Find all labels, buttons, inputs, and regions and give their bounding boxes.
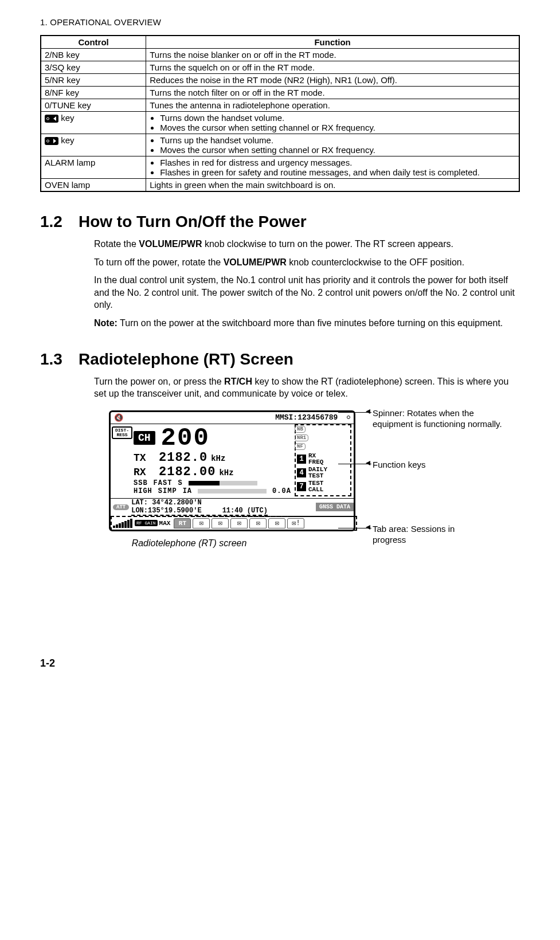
cell-control: 3/SQ key — [41, 61, 146, 74]
mode-ssb: SSB — [134, 479, 148, 487]
cell-function: Turns the notch filter on or off in the … — [146, 87, 519, 99]
fn-num: 1 — [297, 455, 306, 464]
ch-value: 200 — [161, 425, 210, 451]
callout-text: Spinner: Rotates when the equipment is f… — [373, 408, 502, 429]
rt-screen: 🔇 MMSI:123456789 DIST-RESS CH 200 TX — [109, 410, 355, 531]
tab-rt: RT — [174, 518, 191, 528]
bold-term: VOLUME/PWR — [224, 257, 287, 267]
rfgain-badge: RF GAIN — [135, 520, 158, 526]
table-row: 5/NR key Reduces the noise in the RT mod… — [41, 74, 519, 87]
s-label: S — [178, 479, 182, 487]
cell-control: ALARM lamp — [41, 156, 146, 179]
rt-screen-figure: 🔇 MMSI:123456789 DIST-RESS CH 200 TX — [109, 410, 522, 549]
tab-mail-icon: ✉ — [193, 518, 210, 528]
paragraph: In the dual control unit system, the No.… — [94, 274, 520, 311]
mode-simp: SIMP — [158, 487, 177, 495]
gnss-badge: GNSS DATA — [316, 503, 354, 511]
table-row: 8/NF key Turns the notch filter on or of… — [41, 87, 519, 99]
att-badge: ATT — [113, 504, 129, 510]
section-1-2-heading: 1.2 How to Turn On/Off the Power — [40, 213, 520, 231]
page-header: 1. OPERATIONAL OVERVIEW — [40, 17, 520, 27]
spinner-icon — [347, 416, 350, 419]
section-number: 1.2 — [40, 213, 62, 231]
page-number: 1-2 — [40, 657, 520, 669]
text: knob clockwise to turn on the power. The… — [202, 239, 453, 249]
section-title: How to Turn On/Off the Power — [79, 213, 307, 231]
fn-label-line2: CALL — [308, 486, 323, 493]
section-number: 1.3 — [40, 350, 62, 369]
cell-control: key — [41, 112, 146, 134]
nf-indicator: NF — [295, 443, 306, 450]
text: To turn off the power, rotate the — [94, 257, 224, 267]
cell-function: Tunes the antenna in radiotelephone oper… — [146, 99, 519, 112]
th-function: Function — [146, 36, 519, 49]
list-item: Moves the cursor when setting channel or… — [160, 123, 515, 132]
volume-up-key-icon — [45, 137, 58, 145]
note-paragraph: Note: Turn on the power at the switchboa… — [94, 317, 520, 330]
th-control: Control — [41, 36, 146, 49]
signal-bars-icon — [113, 519, 132, 528]
cell-control: key — [41, 134, 146, 156]
cell-control: 0/TUNE key — [41, 99, 146, 112]
list-item: Flashes in red for distress and urgency … — [160, 158, 515, 167]
tx-value: 2182.0 — [159, 451, 207, 465]
bold-term: VOLUME/PWR — [139, 239, 202, 249]
callout-text: Function keys — [373, 460, 426, 469]
cell-control: 5/NR key — [41, 74, 146, 87]
mmsi-value: 123456789 — [297, 413, 338, 422]
cell-control: 2/NB key — [41, 49, 146, 61]
cell-function: Turns down the handset volume. Moves the… — [146, 112, 519, 134]
cell-control: OVEN lamp — [41, 179, 146, 192]
callout-tab-area: Tab area: Sessions in progress — [373, 524, 487, 546]
mode-high: HIGH — [134, 487, 152, 495]
distress-badge: DIST-RESS — [112, 426, 132, 439]
paragraph: Turn the power on, or press the RT/CH ke… — [94, 375, 520, 400]
tab-alert-mail-icon: ✉! — [287, 518, 304, 528]
table-row: key Turns down the handset volume. Moves… — [41, 112, 519, 134]
mode-fast: FAST — [154, 479, 173, 487]
ch-label: CH — [134, 431, 155, 445]
table-row: OVEN lamp Lights in green when the main … — [41, 179, 519, 192]
cell-function: Flashes in red for distress and urgency … — [146, 156, 519, 179]
cell-function: Turns the noise blanker on or off in the… — [146, 49, 519, 61]
cell-function: Reduces the noise in the RT mode (NR2 (H… — [146, 74, 519, 87]
callout-spinner: Spinner: Rotates when the equipment is f… — [373, 408, 510, 430]
controls-table: Control Function 2/NB key Turns the nois… — [40, 35, 520, 192]
text: Turn the power on, or press the — [94, 377, 224, 386]
callout-text: Tab area: Sessions in progress — [373, 524, 455, 545]
ia-value: 0.0A — [272, 487, 291, 495]
table-row: 0/TUNE key Tunes the antenna in radiotel… — [41, 99, 519, 112]
rx-value: 2182.00 — [159, 465, 216, 479]
list-item: Turns down the handset volume. — [160, 113, 515, 123]
rx-unit: kHz — [219, 468, 233, 477]
callout-function-keys: Function keys — [373, 460, 426, 471]
max-label: MAX — [159, 520, 171, 527]
table-row: ALARM lamp Flashes in red for distress a… — [41, 156, 519, 179]
lat-value: LAT: 34°42.2800'N — [131, 499, 201, 507]
cell-function: Turns the squelch on or off in the RT mo… — [146, 61, 519, 74]
volume-down-key-icon — [45, 115, 58, 123]
bold-term: RT/CH — [224, 377, 252, 386]
lon-value: LON:135°19.5900'E — [131, 507, 201, 515]
list-item: Moves the cursor when setting channel or… — [160, 145, 515, 155]
ia-label: IA — [183, 487, 192, 495]
text: Rotate the — [94, 239, 139, 249]
s-meter — [189, 481, 257, 485]
tx-label: TX — [134, 452, 159, 464]
table-row: key Turns up the handset volume. Moves t… — [41, 134, 519, 156]
paragraph: Rotate the VOLUME/PWR knob clockwise to … — [94, 238, 520, 250]
fn-label-line2: TEST — [308, 472, 323, 479]
tx-unit: kHz — [211, 454, 225, 463]
table-row: 3/SQ key Turns the squelch on or off in … — [41, 61, 519, 74]
section-title: Radiotelephone (RT) Screen — [79, 350, 293, 369]
fn-num: 7 — [297, 482, 306, 491]
tab-mail-icon: ✉ — [230, 518, 248, 528]
ia-meter — [198, 489, 267, 493]
list-item: Flashes in green for safety and routine … — [160, 167, 515, 177]
nb-indicator: NB — [295, 426, 306, 433]
text: knob counterclockwise to the OFF positio… — [287, 257, 464, 267]
tab-mail-icon: ✉ — [212, 518, 229, 528]
note-body: Turn on the power at the switchboard mor… — [118, 318, 503, 328]
cell-function: Turns up the handset volume. Moves the c… — [146, 134, 519, 156]
time-value: 11:40 (UTC) — [222, 507, 268, 515]
